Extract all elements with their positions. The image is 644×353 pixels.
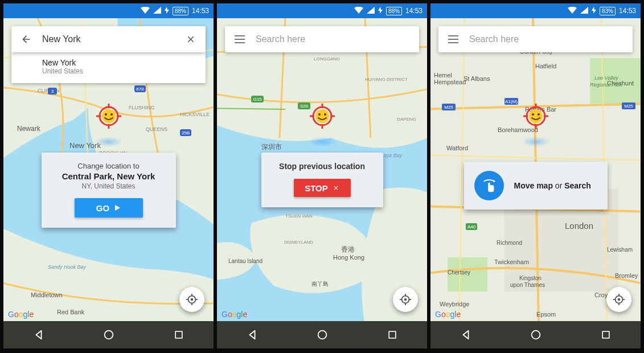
phone-screen-2: 88% 14:53 深圳市 Shenzhen 香港 Hong xyxy=(217,3,427,348)
google-watermark: Google xyxy=(221,310,247,319)
search-input[interactable]: Search here xyxy=(469,34,625,44)
battery-percent: 88% xyxy=(173,7,188,15)
card-line2: Central Park, New York xyxy=(52,171,166,181)
stop-button-label: STOP xyxy=(305,183,328,193)
wifi-icon xyxy=(354,7,363,15)
search-input[interactable]: Search here xyxy=(256,34,411,44)
search-input[interactable]: New York xyxy=(42,34,184,44)
nav-recent-button[interactable] xyxy=(156,329,202,340)
search-bar[interactable]: Search here xyxy=(225,26,419,52)
svg-point-59 xyxy=(318,113,321,116)
status-bar: 88% 14:53 xyxy=(217,3,427,18)
svg-text:Kingston: Kingston xyxy=(519,275,542,281)
svg-text:HUIYANG DISTRICT: HUIYANG DISTRICT xyxy=(365,77,408,82)
suggestion-title: New York xyxy=(42,58,196,67)
locate-fab[interactable] xyxy=(393,287,418,312)
svg-text:HICKSVILLE: HICKSVILLE xyxy=(180,112,210,117)
battery-percent: 88% xyxy=(386,7,402,15)
svg-text:London: London xyxy=(565,221,593,231)
go-button-label: GO xyxy=(96,203,109,213)
svg-text:St Albans: St Albans xyxy=(463,75,490,82)
svg-point-111 xyxy=(529,109,543,123)
location-pin-icon xyxy=(522,102,549,132)
nav-back-button[interactable] xyxy=(229,329,275,341)
pin-shadow xyxy=(308,137,337,147)
svg-point-27 xyxy=(191,298,194,301)
hint-card: Move map or Search xyxy=(464,162,608,210)
nav-home-button[interactable] xyxy=(513,329,559,341)
svg-text:DAPENG: DAPENG xyxy=(397,117,416,122)
svg-text:M25: M25 xyxy=(444,105,453,110)
search-bar[interactable]: New York xyxy=(11,26,206,52)
svg-rect-124 xyxy=(602,331,609,338)
locate-fab[interactable] xyxy=(606,287,631,312)
card-line1: Stop previous location xyxy=(272,162,373,171)
svg-point-32 xyxy=(104,331,113,339)
svg-text:3: 3 xyxy=(51,89,54,94)
nav-back-button[interactable] xyxy=(443,329,489,341)
locate-icon xyxy=(613,293,625,306)
svg-text:Middletown: Middletown xyxy=(31,292,63,298)
search-bar[interactable]: Search here xyxy=(438,26,633,52)
svg-point-112 xyxy=(532,113,534,116)
svg-point-60 xyxy=(324,113,326,116)
signal-icon xyxy=(367,7,375,15)
back-arrow-icon[interactable] xyxy=(19,32,33,46)
locate-icon xyxy=(186,293,198,306)
svg-text:Lantau Island: Lantau Island xyxy=(228,258,262,264)
google-watermark: Google xyxy=(435,310,461,319)
locate-fab[interactable] xyxy=(179,287,204,312)
location-pin-icon xyxy=(309,102,336,132)
card-line3: NY, United States xyxy=(52,182,166,190)
pin-shadow xyxy=(95,137,123,147)
nav-home-button[interactable] xyxy=(300,329,345,341)
svg-rect-33 xyxy=(175,331,182,338)
locate-icon xyxy=(399,293,412,306)
svg-point-113 xyxy=(538,113,540,116)
svg-text:Lewisham: Lewisham xyxy=(607,247,633,253)
search-suggestion[interactable]: New York United States xyxy=(11,52,206,83)
status-time: 14:53 xyxy=(192,7,209,15)
menu-icon[interactable] xyxy=(446,32,460,46)
nav-back-button[interactable] xyxy=(16,329,61,341)
nav-recent-button[interactable] xyxy=(583,329,629,340)
stop-button[interactable]: STOP xyxy=(294,179,351,197)
svg-text:G15: G15 xyxy=(253,97,262,102)
svg-rect-71 xyxy=(389,331,396,338)
svg-text:upon Thames: upon Thames xyxy=(510,282,545,288)
nav-home-button[interactable] xyxy=(86,329,132,341)
svg-text:南丫島: 南丫島 xyxy=(311,281,329,287)
svg-point-70 xyxy=(318,331,326,339)
svg-text:Sandy Hook Bay: Sandy Hook Bay xyxy=(48,264,87,270)
svg-text:S28: S28 xyxy=(300,104,309,109)
svg-text:Epsom: Epsom xyxy=(536,311,556,318)
suggestion-subtitle: United States xyxy=(42,67,196,75)
svg-text:FLUSHING: FLUSHING xyxy=(129,105,155,110)
menu-icon[interactable] xyxy=(233,32,247,46)
svg-text:LONGGANG: LONGGANG xyxy=(314,56,340,61)
svg-point-23 xyxy=(102,109,116,123)
svg-point-118 xyxy=(618,298,621,301)
status-bar: 88% 14:53 xyxy=(3,3,214,18)
svg-text:DISNEYLAND: DISNEYLAND xyxy=(284,240,313,245)
battery-percent: 83% xyxy=(600,7,616,15)
svg-text:Watford: Watford xyxy=(446,145,468,151)
nav-bar xyxy=(430,321,641,348)
charging-icon xyxy=(592,7,596,15)
go-button[interactable]: GO xyxy=(75,198,143,217)
svg-text:A40: A40 xyxy=(467,224,476,229)
svg-point-58 xyxy=(315,109,329,123)
charging-icon xyxy=(378,7,383,15)
signal-icon xyxy=(580,7,588,15)
svg-point-65 xyxy=(404,298,407,301)
hint-text: Move map or Search xyxy=(514,181,591,190)
svg-text:TSUEN WAN: TSUEN WAN xyxy=(285,214,313,219)
svg-text:Hatfield: Hatfield xyxy=(535,63,556,69)
close-icon[interactable] xyxy=(184,32,198,46)
svg-text:Regional Park: Regional Park xyxy=(590,82,622,88)
svg-text:Newark: Newark xyxy=(17,125,41,133)
wifi-icon xyxy=(568,7,577,15)
status-bar: 83% 14:53 xyxy=(430,3,641,18)
stop-location-card: Stop previous location STOP xyxy=(261,153,383,207)
nav-recent-button[interactable] xyxy=(370,329,415,340)
